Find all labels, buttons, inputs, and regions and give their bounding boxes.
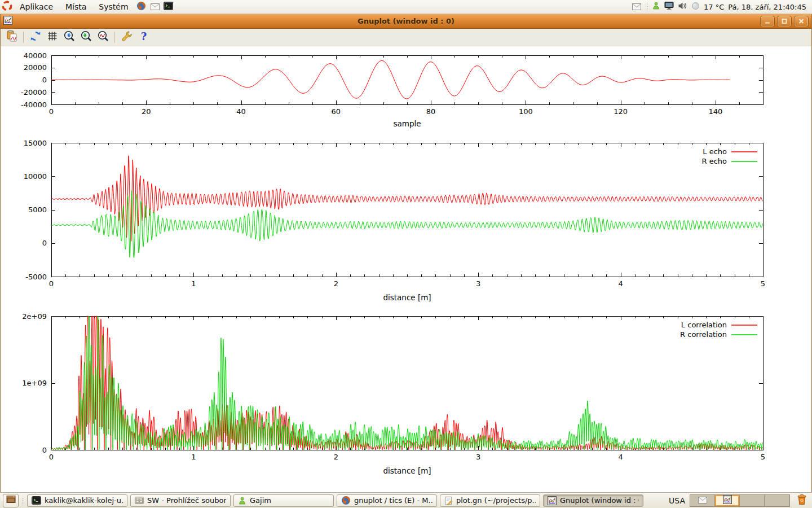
- svg-text:0: 0: [42, 446, 47, 454]
- svg-text:40000: 40000: [24, 51, 47, 60]
- workspace-switcher: [690, 494, 790, 507]
- workspace-1[interactable]: [690, 495, 715, 506]
- zoom-button[interactable]: [95, 30, 111, 45]
- taskbar-item-filemanager[interactable]: SW - Prohlížeč souborů: [130, 494, 231, 507]
- firefox-launcher-icon[interactable]: [135, 0, 148, 14]
- toolbar-separator: [23, 32, 24, 43]
- svg-text:L echo: L echo: [703, 147, 727, 156]
- temperature-label[interactable]: 17 °C: [704, 3, 724, 11]
- svg-text:4: 4: [618, 279, 623, 288]
- svg-text:0: 0: [49, 107, 54, 116]
- help-button[interactable]: ?: [136, 30, 151, 45]
- svg-text:distance [m]: distance [m]: [383, 466, 431, 475]
- chart-2: 012345150001000050000-5000distance [m]L …: [24, 139, 766, 303]
- plot-canvas[interactable]: 02040608010012014040000200000-20000-4000…: [1, 46, 812, 492]
- zoom-previous-button[interactable]: [61, 30, 77, 45]
- gnuplot-icon: [548, 496, 557, 505]
- svg-text:2e+09: 2e+09: [22, 312, 47, 321]
- tray-gajim-icon[interactable]: [652, 1, 660, 12]
- svg-text:20: 20: [142, 107, 151, 116]
- menu-places[interactable]: Místa: [59, 0, 92, 14]
- workspace-3[interactable]: [740, 495, 765, 506]
- zoom-next-button[interactable]: [78, 30, 94, 45]
- window-title: Gnuplot (window id : 0): [1, 17, 811, 25]
- plot-area: 02040608010012014040000200000-20000-4000…: [1, 46, 811, 492]
- show-desktop-button[interactable]: [3, 494, 19, 507]
- window-controls: [760, 16, 809, 27]
- settings-button[interactable]: [119, 30, 134, 45]
- gnome-top-panel: Aplikace Místa Systém 17 °C Pá, 18. září…: [0, 0, 812, 14]
- filemanager-icon: [135, 496, 144, 505]
- trash-icon[interactable]: [795, 494, 809, 507]
- svg-text:40: 40: [236, 107, 246, 116]
- taskbar-item-gnuplot[interactable]: Gnuplot (window id : 0): [543, 494, 643, 507]
- svg-text:20000: 20000: [24, 63, 47, 72]
- maximize-button[interactable]: [777, 16, 792, 27]
- svg-text:1: 1: [191, 279, 196, 288]
- system-tray: 17 °C Pá, 18. září, 21:40:45: [632, 0, 812, 14]
- svg-text:R echo: R echo: [701, 157, 727, 165]
- svg-text:0: 0: [42, 239, 47, 247]
- taskbar-item-gajim[interactable]: Gajim: [233, 494, 334, 507]
- gnuplot-toolbar: ?: [1, 29, 811, 46]
- chart-3: 01234501e+092e+09distance [m]L correlati…: [22, 312, 765, 476]
- taskbar-right: USA: [669, 494, 809, 507]
- workspace-4[interactable]: [765, 495, 789, 506]
- svg-text:2: 2: [334, 453, 338, 461]
- svg-text:distance [m]: distance [m]: [383, 293, 431, 302]
- tray-grip[interactable]: [645, 2, 648, 11]
- firefox-icon: [341, 496, 351, 505]
- window-titlebar[interactable]: Gnuplot (window id : 0): [1, 14, 811, 29]
- svg-text:0: 0: [49, 279, 54, 288]
- svg-text:100: 100: [519, 107, 533, 116]
- replot-button[interactable]: [28, 30, 43, 45]
- panel-left: Aplikace Místa Systém: [0, 0, 175, 14]
- clock-label[interactable]: Pá, 18. září, 21:40:45: [728, 3, 806, 11]
- copy-button[interactable]: [4, 30, 19, 45]
- svg-text:15000: 15000: [24, 139, 47, 147]
- keyboard-layout-indicator[interactable]: USA: [669, 496, 685, 505]
- svg-text:120: 120: [614, 107, 628, 116]
- svg-text:5000: 5000: [28, 205, 47, 214]
- svg-text:4: 4: [618, 453, 623, 461]
- svg-text:60: 60: [332, 107, 341, 116]
- taskbar-grip[interactable]: [21, 496, 24, 505]
- taskbar-item-firefox[interactable]: gnuplot / tics (E) - M...: [337, 494, 437, 507]
- gnuplot-window: Gnuplot (window id : 0) ? 02040608010012…: [0, 14, 812, 492]
- svg-text:?: ?: [140, 30, 147, 42]
- weather-icon[interactable]: [691, 2, 700, 12]
- menu-system[interactable]: Systém: [92, 0, 134, 14]
- svg-text:1: 1: [191, 453, 196, 461]
- editor-icon: [444, 496, 453, 505]
- terminal-icon: [32, 496, 41, 505]
- svg-text:0: 0: [42, 76, 47, 84]
- workspace-2[interactable]: [715, 495, 740, 506]
- svg-text:sample: sample: [393, 119, 421, 128]
- svg-text:3: 3: [476, 279, 480, 288]
- terminal-launcher-icon[interactable]: [162, 0, 175, 14]
- gajim-icon: [238, 496, 246, 505]
- taskbar-item-terminal[interactable]: kaklik@kaklik-kolej-u...: [27, 494, 127, 507]
- svg-text:-5000: -5000: [25, 273, 47, 281]
- svg-text:-40000: -40000: [21, 100, 47, 109]
- grid-button[interactable]: [45, 30, 60, 45]
- svg-text:R correlation: R correlation: [680, 330, 727, 339]
- svg-text:80: 80: [426, 107, 436, 116]
- gnome-bottom-panel: kaklik@kaklik-kolej-u... SW - Prohlížeč …: [0, 492, 812, 508]
- taskbar-item-editor[interactable]: plot.gn (~/projects/p...: [440, 494, 540, 507]
- tray-mail-icon[interactable]: [632, 2, 641, 12]
- svg-text:-20000: -20000: [21, 88, 47, 97]
- taskbar-items: kaklik@kaklik-kolej-u... SW - Prohlížeč …: [27, 494, 643, 507]
- tray-volume-icon[interactable]: [678, 2, 687, 12]
- svg-text:0: 0: [49, 453, 54, 461]
- mail-launcher-icon[interactable]: [148, 0, 162, 14]
- chart-1: 02040608010012014040000200000-20000-4000…: [21, 51, 764, 129]
- svg-text:3: 3: [476, 453, 480, 461]
- ubuntu-logo-icon[interactable]: [0, 0, 14, 14]
- close-button[interactable]: [794, 16, 809, 27]
- svg-text:10000: 10000: [24, 172, 47, 181]
- svg-text:140: 140: [708, 107, 722, 116]
- minimize-button[interactable]: [760, 16, 775, 27]
- menu-applications[interactable]: Aplikace: [14, 0, 59, 14]
- tray-display-icon[interactable]: [664, 1, 674, 12]
